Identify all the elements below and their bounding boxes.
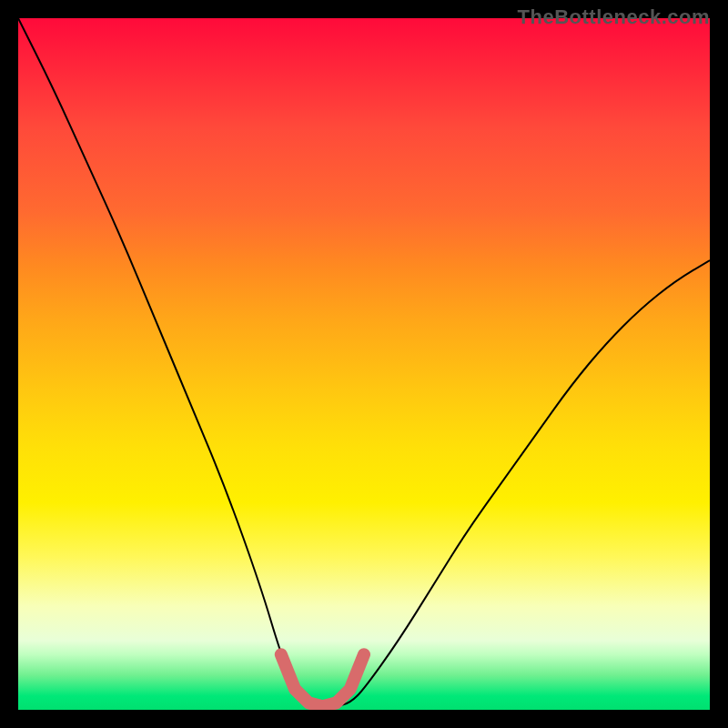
- curve-overlay: [18, 18, 710, 710]
- bottleneck-curve-path: [18, 18, 710, 706]
- watermark-text: TheBottleneck.com: [518, 5, 710, 29]
- plot-area: [18, 18, 710, 710]
- optimal-zone-path: [281, 654, 364, 706]
- chart-container: TheBottleneck.com: [0, 0, 728, 728]
